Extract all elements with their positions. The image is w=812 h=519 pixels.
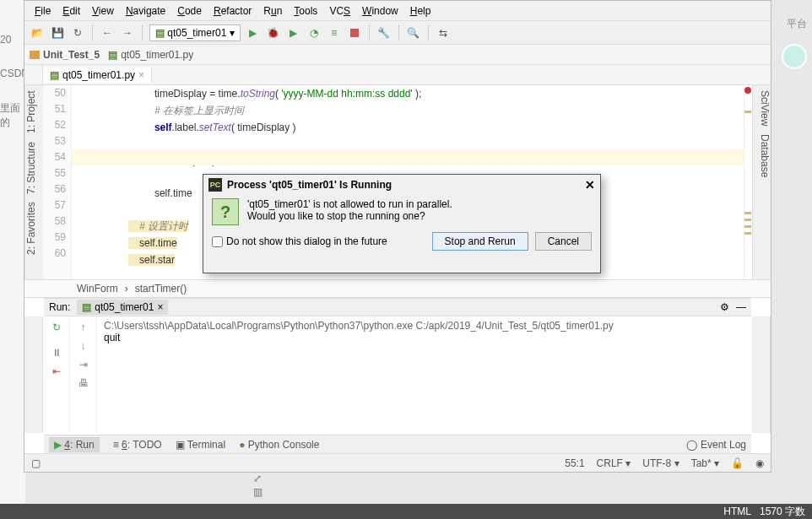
checkbox-input[interactable] (212, 236, 223, 247)
error-stripe[interactable] (744, 85, 752, 279)
pycharm-icon: PC (208, 178, 222, 192)
warning-marker[interactable] (744, 111, 751, 113)
sidebar-project[interactable]: 1: Project (25, 90, 43, 133)
run-header: Run: ▤ qt05_timer01 × ⚙ — (44, 298, 751, 316)
question-icon: ? (212, 198, 239, 225)
print-icon[interactable]: 🖶 (78, 377, 89, 389)
menu-view[interactable]: View (87, 3, 119, 19)
run-left-strip (24, 316, 43, 433)
warning-marker[interactable] (744, 232, 751, 235)
pause-icon[interactable]: ⏸ (51, 347, 62, 359)
sidebar-database[interactable]: Database (753, 134, 771, 177)
run-config-combo[interactable]: ▤ qt05_timer01 ▾ (149, 24, 241, 41)
nav-path: Unit_Test_5 ▤qt05_timer01.py (24, 45, 771, 65)
up-icon[interactable]: ↑ (81, 322, 86, 333)
breadcrumb-method[interactable]: startTimer() (135, 283, 187, 295)
sidebar-sciview[interactable]: SciView (753, 90, 771, 126)
expand-icon[interactable]: ⤢ (253, 473, 263, 484)
menu-edit[interactable]: Edit (57, 3, 85, 19)
run-tab[interactable]: ▤ qt05_timer01 × (77, 300, 168, 315)
forward-icon[interactable]: → (120, 25, 135, 41)
tab-todo[interactable]: ≡ 6: TODO (113, 439, 162, 451)
close-icon[interactable]: ✕ (585, 178, 595, 192)
menu-vcs[interactable]: VCS (324, 3, 355, 19)
menu-file[interactable]: File (30, 3, 56, 19)
stop-and-rerun-button[interactable]: Stop and Rerun (432, 232, 528, 251)
cancel-button[interactable]: Cancel (535, 232, 592, 251)
window-icon[interactable]: ▢ (31, 457, 41, 469)
status-tab[interactable]: Tab* ▾ (691, 457, 719, 469)
close-icon[interactable]: × (157, 301, 163, 313)
status-crlf[interactable]: CRLF ▾ (597, 457, 631, 469)
status-enc[interactable]: UTF-8 ▾ (642, 457, 679, 469)
exit-icon[interactable]: ⇤ (52, 365, 61, 377)
console-output[interactable]: C:\Users\tssh\AppData\Local\Programs\Pyt… (97, 316, 752, 433)
down-icon[interactable]: ↓ (81, 340, 86, 352)
breadcrumb-class[interactable]: WinForm (77, 283, 118, 295)
debug-icon[interactable]: 🐞 (266, 25, 281, 41)
concurrency-icon[interactable]: ≡ (327, 25, 342, 41)
back-icon[interactable]: ← (100, 25, 115, 41)
python-icon: ▤ (50, 69, 59, 81)
dialog-titlebar: PC Process 'qt05_timer01' Is Running ✕ (203, 175, 600, 195)
tab-pyconsole[interactable]: ● Python Console (239, 439, 319, 451)
gear-icon[interactable]: ⚙ (720, 301, 729, 313)
menu-navigate[interactable]: Navigate (121, 3, 171, 19)
avatar[interactable] (782, 44, 807, 69)
menu-help[interactable]: Help (405, 3, 436, 19)
profile-icon[interactable]: ◔ (306, 25, 322, 41)
menu-run[interactable]: Run (258, 3, 287, 19)
dont-show-checkbox[interactable]: Do not show this dialog in the future (212, 235, 387, 247)
footer-lang: HTML (723, 505, 751, 517)
run-icon[interactable]: ▶ (246, 25, 261, 41)
dialog-message: 'qt05_timer01' is not allowed to run in … (247, 198, 452, 225)
close-icon[interactable]: × (138, 69, 144, 81)
tab-run[interactable]: ▶ 4: Run (49, 437, 100, 452)
line-gutter: 5051525354555657585960 (43, 85, 72, 279)
process-running-dialog: PC Process 'qt05_timer01' Is Running ✕ ?… (203, 174, 601, 273)
ext-t3: 里面的 (0, 101, 25, 130)
save-icon[interactable]: 💾 (50, 25, 65, 41)
structure-icon[interactable]: ⇆ (436, 25, 451, 41)
external-sidebar: 20 CSDN 里面的 (0, 0, 25, 519)
sidebar-favorites[interactable]: 2: Favorites (25, 203, 43, 256)
page-footer: HTML 1570 字数 (0, 504, 812, 519)
sidebar-structure[interactable]: 7: Structure (25, 142, 43, 194)
coverage-icon[interactable]: ▶ (286, 25, 301, 41)
right-toolwindow-bar[interactable]: SciView Database (752, 85, 771, 279)
refresh-icon[interactable]: ↻ (70, 25, 85, 41)
stop-icon[interactable] (347, 25, 362, 41)
run-controls-2: ↑ ↓ ⇥ 🖶 (70, 316, 97, 433)
menu-refactor[interactable]: Refactor (208, 3, 257, 19)
menu-code[interactable]: Code (172, 3, 207, 19)
below-icons: ⤢ ▥ (253, 473, 263, 498)
inspect-icon[interactable]: ◉ (755, 457, 764, 469)
open-icon[interactable]: 📂 (30, 25, 45, 41)
tab-eventlog[interactable]: ◯ Event Log (686, 439, 746, 451)
warning-marker[interactable] (744, 225, 751, 228)
layout-icon[interactable]: ▥ (253, 486, 263, 498)
lock-icon[interactable]: 🔓 (731, 457, 744, 469)
left-toolwindow-bar[interactable]: 2: Favorites 7: Structure 1: Project (24, 85, 43, 279)
minimize-icon[interactable]: — (736, 301, 746, 313)
tab-terminal[interactable]: ▣ Terminal (176, 439, 225, 451)
nav-project[interactable]: Unit_Test_5 (30, 49, 100, 61)
menu-window[interactable]: Window (357, 3, 403, 19)
nav-file[interactable]: ▤qt05_timer01.py (108, 49, 193, 61)
python-icon: ▤ (82, 301, 91, 313)
menu-tools[interactable]: Tools (289, 3, 322, 19)
editor-tab[interactable]: ▤ qt05_timer01.py × (43, 68, 152, 83)
toolbar: 📂 💾 ↻ ← → ▤ qt05_timer01 ▾ ▶ 🐞 ▶ ◔ ≡ 🔧 🔍… (24, 21, 771, 45)
status-pos[interactable]: 55:1 (565, 457, 584, 469)
error-marker[interactable] (744, 87, 751, 94)
platform-label: 平台 (787, 17, 807, 31)
warning-marker[interactable] (744, 212, 751, 214)
search-icon[interactable]: 🔍 (406, 25, 421, 41)
warning-marker[interactable] (744, 219, 751, 221)
editor-tab-bar: ▤ qt05_timer01.py × (24, 65, 771, 85)
ext-t2: CSDN (0, 68, 25, 79)
wrench-icon[interactable]: 🔧 (376, 25, 392, 41)
rerun-icon[interactable]: ↻ (52, 322, 61, 333)
dialog-title: Process 'qt05_timer01' Is Running (227, 179, 392, 191)
wrap-icon[interactable]: ⇥ (79, 359, 88, 370)
